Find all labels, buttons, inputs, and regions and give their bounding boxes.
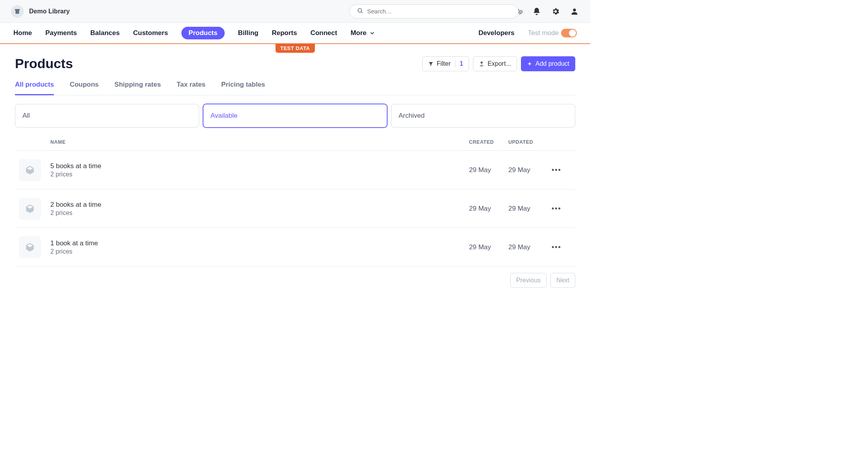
updated-date: 29 May	[508, 166, 552, 174]
filter-label: Filter	[437, 60, 451, 67]
export-button[interactable]: Export...	[473, 56, 517, 71]
pagination: Previous Next	[15, 273, 575, 288]
export-icon	[479, 61, 484, 67]
table-row[interactable]: 5 books at a time 2 prices 29 May 29 May…	[15, 151, 575, 189]
created-date: 29 May	[469, 205, 508, 213]
more-icon[interactable]: •••	[552, 166, 561, 174]
nav-balances[interactable]: Balances	[90, 29, 120, 37]
product-sub: 2 prices	[50, 209, 469, 217]
user-icon[interactable]	[570, 7, 579, 16]
more-icon[interactable]: •••	[552, 204, 561, 212]
page-header: Products Filter 1 Export... Add product	[15, 56, 575, 71]
content: Products Filter 1 Export... Add product …	[0, 44, 590, 304]
filter-button[interactable]: Filter 1	[422, 56, 469, 71]
svg-line-1	[361, 12, 362, 13]
nav-more[interactable]: More	[351, 29, 375, 37]
product-table: NAME CREATED UPDATED 5 books at a time 2…	[15, 139, 575, 267]
table-row[interactable]: 2 books at a time 2 prices 29 May 29 May…	[15, 189, 575, 228]
test-mode-toggle[interactable]: Test mode	[528, 29, 577, 37]
search-input[interactable]	[367, 8, 511, 15]
segment-archived[interactable]: Archived	[391, 104, 575, 128]
filter-count: 1	[455, 60, 463, 67]
nav-right: Developers Test mode	[478, 29, 577, 37]
segment-all[interactable]: All	[15, 104, 199, 128]
nav-more-label: More	[351, 29, 367, 37]
tab-shipping-rates[interactable]: Shipping rates	[115, 81, 161, 95]
table-head: NAME CREATED UPDATED	[15, 139, 575, 151]
search-input-wrapper[interactable]	[349, 4, 519, 19]
plus-icon	[527, 61, 532, 67]
product-name: 1 book at a time	[50, 239, 469, 247]
test-mode-label: Test mode	[528, 29, 559, 37]
export-label: Export...	[488, 60, 511, 67]
nav-reports[interactable]: Reports	[272, 29, 297, 37]
brand-name: Demo Library	[29, 8, 70, 15]
tab-pricing-tables[interactable]: Pricing tables	[221, 81, 265, 95]
col-name: NAME	[50, 139, 469, 145]
tab-tax-rates[interactable]: Tax rates	[177, 81, 205, 95]
prev-button[interactable]: Previous	[510, 273, 547, 288]
add-product-label: Add product	[536, 60, 569, 67]
product-name: 5 books at a time	[50, 162, 469, 170]
col-updated: UPDATED	[508, 139, 552, 145]
col-created: CREATED	[469, 139, 508, 145]
navbar: Home Payments Balances Customers Product…	[0, 23, 590, 43]
tab-all-products[interactable]: All products	[15, 81, 54, 95]
subtabs: All products Coupons Shipping rates Tax …	[15, 81, 575, 95]
topbar: Demo Library Create ? Help	[0, 0, 590, 23]
updated-date: 29 May	[508, 205, 552, 213]
table-row[interactable]: 1 book at a time 2 prices 29 May 29 May …	[15, 228, 575, 267]
next-button[interactable]: Next	[550, 273, 575, 288]
bell-icon[interactable]	[532, 7, 541, 16]
nav-customers[interactable]: Customers	[133, 29, 168, 37]
product-name: 2 books at a time	[50, 201, 469, 209]
package-icon	[19, 159, 41, 181]
search-icon	[357, 7, 363, 15]
page-actions: Filter 1 Export... Add product	[422, 56, 575, 71]
updated-date: 29 May	[508, 243, 552, 251]
segment-available[interactable]: Available	[203, 104, 387, 128]
store-icon	[11, 5, 24, 18]
nav-products[interactable]: Products	[181, 27, 225, 39]
gear-icon[interactable]	[551, 7, 560, 16]
package-icon	[19, 236, 41, 258]
nav-payments[interactable]: Payments	[45, 29, 77, 37]
svg-point-4	[573, 8, 576, 11]
add-product-button[interactable]: Add product	[521, 56, 575, 71]
more-icon[interactable]: •••	[552, 243, 561, 251]
tab-coupons[interactable]: Coupons	[70, 81, 99, 95]
nav-connect[interactable]: Connect	[310, 29, 337, 37]
created-date: 29 May	[469, 166, 508, 174]
svg-point-0	[358, 9, 362, 12]
product-sub: 2 prices	[50, 248, 469, 255]
chevron-down-icon	[369, 30, 375, 36]
created-date: 29 May	[469, 243, 508, 251]
status-segments: All Available Archived	[15, 104, 575, 128]
nav-developers[interactable]: Developers	[478, 29, 515, 37]
filter-icon	[428, 61, 434, 67]
brand[interactable]: Demo Library	[11, 5, 70, 18]
product-sub: 2 prices	[50, 171, 469, 178]
nav-billing[interactable]: Billing	[238, 29, 259, 37]
package-icon	[19, 198, 41, 220]
nav-home[interactable]: Home	[13, 29, 32, 37]
toggle-icon	[561, 29, 577, 37]
page-title: Products	[15, 56, 73, 71]
